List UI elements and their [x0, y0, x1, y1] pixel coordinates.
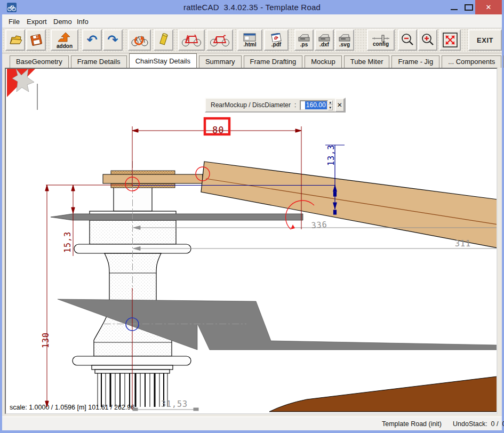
dim-hub-130: 130 — [41, 332, 51, 348]
dim-offset-153: 15,3 — [63, 231, 73, 253]
ps-label: .ps — [300, 42, 308, 47]
tab-components[interactable]: ... Components — [442, 55, 501, 68]
config-button[interactable]: config — [367, 29, 395, 51]
tab-bar: BaseGeometry Frame Details ChainStay Det… — [2, 53, 502, 68]
drawing-canvas[interactable]: scale: 1.0000 / 1.0596 [m] 101.61 / 262.… — [5, 68, 498, 414]
html-label: .html — [244, 42, 257, 47]
dim-drop-133: 13,3 — [326, 145, 336, 166]
tab-frame-jig[interactable]: Frame - Jig — [391, 55, 439, 68]
menu-demo[interactable]: Demo — [51, 17, 74, 27]
open-folder-icon — [8, 33, 23, 47]
menu-bar: File Export Demo Info — [2, 14, 502, 28]
chainstay-drawing: scale: 1.0000 / 1.0596 [m] 101.61 / 262.… — [6, 69, 497, 413]
addon-arrow-icon — [57, 32, 73, 44]
bike-refresh-icon — [131, 33, 149, 47]
hub-flange-lower — [73, 356, 191, 365]
menu-info[interactable]: Info — [75, 17, 91, 27]
zoom-in-icon — [420, 33, 435, 47]
redo-button[interactable]: ↷ — [103, 29, 123, 51]
disc-diameter-input[interactable]: 160.00 — [300, 100, 327, 110]
tab-tube-miter[interactable]: Tube Miter — [344, 55, 390, 68]
frame-road-button[interactable] — [178, 29, 205, 51]
chainstay-tube — [201, 162, 497, 248]
canvas-scale-text: scale: 1.0000 / 1.0596 [m] 101.61 / 262.… — [10, 404, 134, 411]
dim-bottom-3153: 31,53 — [161, 399, 188, 409]
zoom-out-button[interactable] — [398, 29, 417, 51]
status-document: Template Road (init) — [382, 420, 442, 428]
open-button[interactable] — [5, 29, 25, 51]
parameter-editor: RearMockup / DiscDiameter : 160.00 ▲ ▼ ✕ — [205, 98, 346, 113]
value-spinner: ▲ ▼ — [328, 100, 333, 110]
tab-summary[interactable]: Summary — [199, 55, 242, 68]
minimize-button[interactable] — [451, 9, 458, 10]
export-svg-button[interactable]: .svg — [335, 29, 354, 51]
zoom-in-button[interactable] — [418, 29, 437, 51]
corner-marker — [7, 69, 37, 110]
pdf-icon — [270, 33, 283, 42]
dim-angle-336: 336 — [311, 220, 327, 230]
undo-button[interactable]: ↶ — [82, 29, 102, 51]
export-html-button[interactable]: .html — [237, 29, 262, 51]
red-bike-frame2-icon — [210, 33, 230, 47]
addon-label: addon — [57, 44, 73, 49]
parameter-close-button[interactable]: ✕ — [335, 98, 345, 112]
parameter-label: RearMockup / DiscDiameter — [211, 101, 291, 109]
menu-file[interactable]: File — [6, 17, 22, 27]
spinner-down-button[interactable]: ▼ — [328, 105, 333, 110]
export-dxf-button[interactable]: .dxf — [315, 29, 334, 51]
redo-icon: ↷ — [107, 34, 118, 46]
export-pdf-button[interactable]: .pdf — [264, 29, 289, 51]
exit-button[interactable]: EXIT — [468, 29, 502, 51]
printer-ps-icon — [297, 33, 311, 42]
frame-classic-button[interactable] — [206, 29, 233, 51]
undo-icon: ↶ — [86, 34, 97, 46]
tab-basegeometry[interactable]: BaseGeometry — [10, 55, 69, 68]
save-floppy-icon — [29, 33, 43, 47]
config-label: config — [373, 42, 389, 46]
addon-button[interactable]: addon — [51, 29, 78, 51]
spinner-up-button[interactable]: ▲ — [328, 100, 333, 106]
title-bar: rattleCAD 3.4.02.35 - Template Road ✕ — [0, 0, 504, 14]
menu-export[interactable]: Export — [25, 17, 49, 27]
tab-frame-drafting[interactable]: Frame Drafting — [244, 55, 303, 68]
toolbar: addon ↶ ↷ — [2, 28, 502, 53]
tube-button[interactable] — [154, 29, 173, 51]
rattlecad-window: { "window": { "title": "rattleCAD 3.4.02… — [0, 0, 504, 433]
rear-hub — [73, 184, 191, 373]
dropout-plate — [103, 174, 203, 183]
status-undostack: UndoStack: 0 / 0 — [453, 420, 504, 428]
exit-label: EXIT — [477, 36, 493, 44]
dim-stay-length: 311 — [455, 239, 471, 248]
zoom-fit-button[interactable] — [439, 29, 461, 51]
html-window-icon — [243, 33, 257, 42]
printer-dxf-icon — [317, 33, 331, 42]
dxf-label: .dxf — [319, 42, 329, 47]
refresh-bike-button[interactable] — [128, 29, 151, 51]
disc-rotor — [51, 214, 303, 220]
tab-mockup[interactable]: Mockup — [305, 55, 342, 68]
red-bike-frame-icon — [181, 33, 202, 47]
tab-frame-details[interactable]: Frame Details — [71, 55, 127, 68]
tab-chainstay-details[interactable]: ChainStay Details — [129, 53, 197, 68]
save-button[interactable] — [26, 29, 46, 51]
svg-label: .svg — [339, 42, 350, 47]
tire-section — [269, 376, 497, 412]
pdf-label: .pdf — [271, 42, 281, 47]
window-title: rattleCAD 3.4.02.35 - Template Road — [0, 3, 504, 12]
config-slider-icon — [371, 34, 390, 42]
yellow-tube-icon — [157, 33, 170, 47]
zoom-out-icon — [400, 33, 415, 47]
status-bar: Template Road (init) UndoStack: 0 / 0 — [2, 416, 502, 430]
fit-view-icon — [442, 32, 458, 48]
disc-diameter-value: 160.00 — [305, 101, 327, 109]
export-ps-button[interactable]: .ps — [294, 29, 314, 51]
maximize-button[interactable] — [465, 4, 473, 11]
printer-svg-icon — [338, 33, 351, 42]
close-button[interactable]: ✕ — [475, 0, 502, 14]
parameter-colon: : — [294, 101, 296, 109]
